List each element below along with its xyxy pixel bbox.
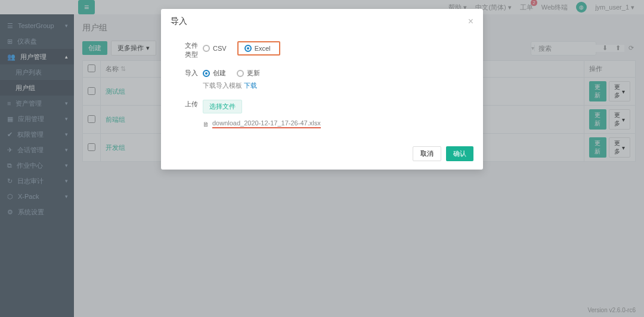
radio-update[interactable]: 更新 [237, 69, 260, 78]
radio-create[interactable]: 创建 [203, 69, 226, 78]
import-modal: 导入 × 文件类型 CSV Excel 导入 创建 更新 下载导入模板 下载 [161, 9, 483, 170]
radio-icon [237, 70, 244, 77]
import-label: 导入 [171, 69, 203, 78]
template-hint: 下载导入模板 下载 [203, 81, 257, 90]
modal-title: 导入 [171, 16, 187, 27]
radio-csv[interactable]: CSV [203, 45, 227, 52]
upload-label: 上传 [171, 100, 203, 109]
cancel-button[interactable]: 取消 [413, 146, 441, 161]
radio-icon [244, 45, 252, 52]
excel-highlight: Excel [237, 41, 280, 56]
radio-icon [203, 70, 210, 77]
select-file-button[interactable]: 选择文件 [203, 100, 242, 113]
filetype-label: 文件类型 [171, 41, 203, 59]
radio-icon [203, 45, 210, 52]
close-icon[interactable]: × [468, 16, 473, 27]
file-icon: 🗎 [203, 121, 209, 128]
radio-excel[interactable]: Excel [244, 45, 271, 52]
file-name: download_2020-12-17_17-26-47.xlsx [212, 119, 321, 128]
confirm-button[interactable]: 确认 [446, 146, 473, 161]
uploaded-file: 🗎 download_2020-12-17_17-26-47.xlsx [203, 119, 321, 128]
download-template-link[interactable]: 下载 [244, 82, 257, 89]
